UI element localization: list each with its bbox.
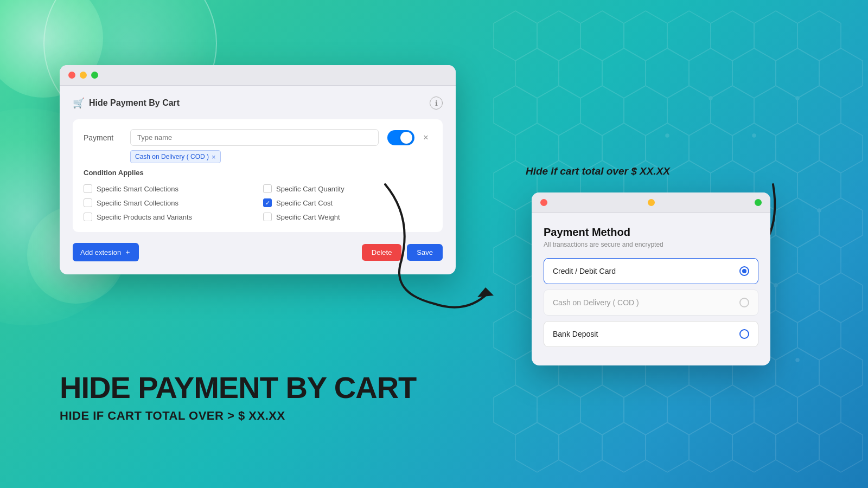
tag-remove-button[interactable]: × bbox=[212, 153, 216, 160]
credit-card-label: Credit / Debit Card bbox=[553, 267, 616, 275]
payment-controls: × bbox=[387, 129, 432, 145]
cod-label: Cash on Delivery ( COD ) bbox=[553, 298, 639, 307]
condition-label-2: Specific Cart Quantity bbox=[276, 185, 344, 193]
arrow-decoration bbox=[369, 174, 559, 325]
pm-subtitle: All transactions are secure and encrypte… bbox=[544, 241, 758, 248]
add-extension-button[interactable]: Add extesion ＋ bbox=[73, 243, 139, 261]
payment-input[interactable] bbox=[130, 129, 379, 146]
close-button[interactable]: × bbox=[420, 132, 432, 144]
checkbox-3[interactable] bbox=[84, 198, 92, 207]
payment-row: Payment Cash on Delivery ( COD ) × × bbox=[84, 129, 432, 163]
condition-label-4: Specific Cart Cost bbox=[276, 199, 333, 207]
condition-item-3: Specific Smart Collections bbox=[84, 198, 252, 207]
pm-traffic-light-yellow[interactable] bbox=[648, 199, 655, 206]
bottom-text-area: HIDE PAYMENT BY CART HIDE IF CART TOTAL … bbox=[60, 371, 416, 423]
pm-traffic-light-red[interactable] bbox=[540, 199, 547, 206]
radio-credit-card[interactable] bbox=[739, 266, 749, 276]
add-extension-label: Add extesion bbox=[80, 248, 121, 256]
checkbox-2[interactable] bbox=[263, 184, 272, 193]
checkbox-6[interactable] bbox=[263, 213, 272, 221]
payment-label: Payment bbox=[84, 129, 122, 142]
radio-cod[interactable] bbox=[739, 298, 749, 307]
pm-heading: Payment Method bbox=[544, 226, 758, 239]
payment-input-wrap: Cash on Delivery ( COD ) × bbox=[130, 129, 379, 163]
payment-option-credit-card[interactable]: Credit / Debit Card bbox=[544, 258, 758, 284]
radio-bank-deposit[interactable] bbox=[739, 329, 749, 339]
main-heading: HIDE PAYMENT BY CART bbox=[60, 371, 416, 404]
checkbox-4[interactable]: ✓ bbox=[263, 198, 272, 207]
window-title-row: 🛒 Hide Payment By Cart bbox=[73, 97, 180, 109]
traffic-light-yellow[interactable] bbox=[80, 72, 87, 79]
traffic-light-green[interactable] bbox=[91, 72, 98, 79]
condition-label-3: Specific Smart Collections bbox=[97, 199, 178, 207]
annotation-text: Hide if cart total over $ XX.XX bbox=[526, 165, 670, 177]
admin-window-header: 🛒 Hide Payment By Cart ℹ bbox=[73, 97, 443, 110]
pm-titlebar bbox=[532, 192, 770, 213]
condition-item-5: Specific Products and Variants bbox=[84, 213, 252, 221]
admin-window-titlebar bbox=[60, 65, 456, 86]
main-content: 🛒 Hide Payment By Cart ℹ Payment Cash on… bbox=[0, 0, 868, 488]
checkbox-1[interactable] bbox=[84, 184, 92, 193]
pm-traffic-light-green[interactable] bbox=[755, 199, 762, 206]
plus-icon: ＋ bbox=[124, 247, 131, 257]
checkbox-5[interactable] bbox=[84, 213, 92, 221]
cart-icon: 🛒 bbox=[73, 97, 85, 109]
pm-body: Payment Method All transactions are secu… bbox=[532, 213, 770, 365]
tag-label: Cash on Delivery ( COD ) bbox=[135, 153, 209, 160]
admin-window-title: Hide Payment By Cart bbox=[89, 98, 180, 108]
condition-label-1: Specific Smart Collections bbox=[97, 185, 178, 193]
bank-deposit-label: Bank Deposit bbox=[553, 330, 598, 338]
traffic-light-red[interactable] bbox=[68, 72, 75, 79]
svg-marker-109 bbox=[477, 287, 494, 297]
payment-method-window: Payment Method All transactions are secu… bbox=[532, 192, 770, 365]
payment-option-bank-deposit[interactable]: Bank Deposit bbox=[544, 321, 758, 347]
toggle-switch[interactable] bbox=[387, 130, 414, 145]
condition-label-5: Specific Products and Variants bbox=[97, 213, 192, 221]
info-icon[interactable]: ℹ bbox=[430, 97, 443, 110]
condition-item-1: Specific Smart Collections bbox=[84, 184, 252, 193]
condition-label-6: Specific Cart Weight bbox=[276, 213, 340, 221]
payment-tag: Cash on Delivery ( COD ) × bbox=[130, 150, 221, 163]
sub-heading: HIDE IF CART TOTAL OVER > $ XX.XX bbox=[60, 409, 416, 423]
payment-option-cod[interactable]: Cash on Delivery ( COD ) bbox=[544, 290, 758, 316]
